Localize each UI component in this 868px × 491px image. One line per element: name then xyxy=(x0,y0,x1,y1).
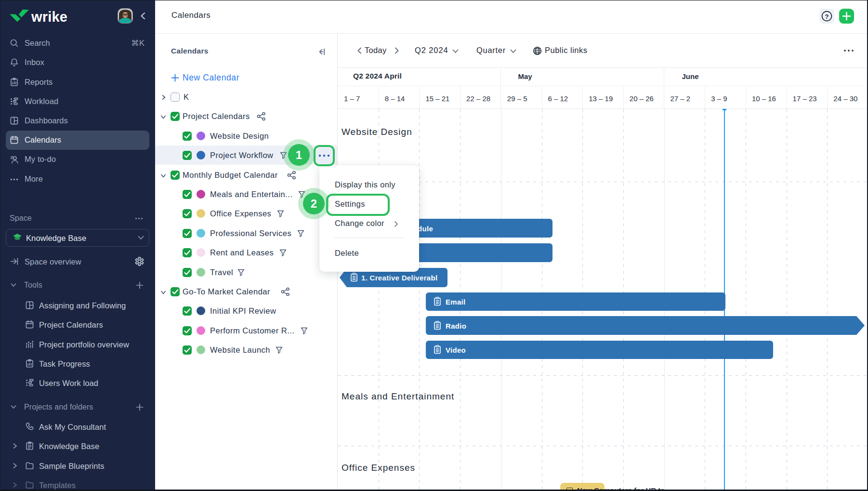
svg-text:wrike: wrike xyxy=(31,9,67,24)
svg-text:?: ? xyxy=(825,13,829,20)
